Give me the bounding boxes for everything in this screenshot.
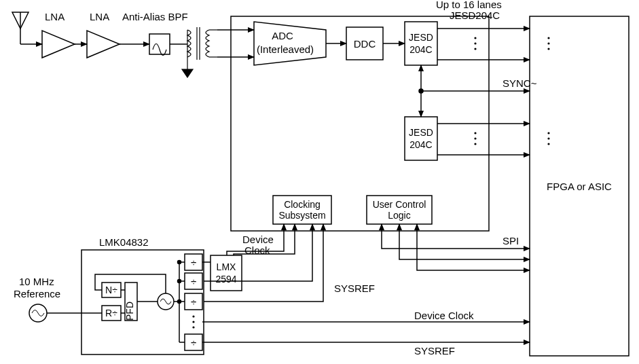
svg-point-29 [474, 143, 476, 145]
jesd-a1: JESD [409, 32, 433, 43]
diagram: LNA LNA Anti-Alias BPF ADC (Interleaved)… [12, 0, 629, 357]
sysref1-label: SYSREF [334, 283, 375, 294]
ref-label1: 10 MHz [19, 276, 54, 287]
svg-point-41 [192, 315, 194, 317]
svg-point-30 [547, 132, 549, 134]
sysref2-label: SYSREF [414, 345, 455, 357]
adc-label1: ADC [272, 30, 293, 41]
rdiv-label: R÷ [105, 308, 117, 318]
ndiv-label: N÷ [105, 285, 117, 295]
jesd-b1: JESD [409, 127, 433, 138]
clk-label2: Subsystem [278, 210, 325, 221]
ucl-label1: User Control [373, 199, 426, 210]
ddc-label: DDC [354, 38, 376, 50]
svg-point-53 [178, 261, 181, 264]
devclk-line-label: Device Clock [414, 310, 474, 321]
pfd-label: PFD [124, 302, 135, 321]
svg-point-16 [419, 89, 423, 93]
clk-label1: Clocking [284, 199, 321, 210]
svg-point-20 [474, 42, 476, 44]
jesd-bottom-block [405, 117, 437, 160]
devclk-label1: Device [242, 234, 274, 245]
svg-point-23 [547, 42, 549, 44]
lmx1: LMX [217, 261, 236, 272]
svg-point-21 [474, 48, 476, 50]
fpga-label: FPGA or ASIC [547, 181, 612, 192]
svg-point-27 [474, 132, 476, 134]
svg-point-42 [192, 321, 194, 323]
svg-text:÷: ÷ [191, 276, 196, 287]
svg-text:÷: ÷ [191, 296, 196, 308]
jesd-b2: 204C [409, 139, 432, 150]
lmk-block [81, 250, 204, 354]
lmx-block [211, 255, 242, 291]
lna2-amp [87, 31, 120, 58]
svg-point-19 [474, 37, 476, 39]
lna1-amp [42, 31, 75, 58]
svg-text:÷: ÷ [191, 257, 196, 268]
lmk-label: LMK04832 [99, 236, 149, 248]
svg-point-55 [178, 300, 181, 304]
spi-label: SPI [503, 235, 519, 247]
adc-label2: (Interleaved) [257, 43, 314, 55]
svg-point-43 [192, 326, 194, 328]
lanes-label2: JESD204C [450, 10, 500, 21]
svg-point-54 [178, 280, 181, 283]
lna1-label: LNA [45, 11, 65, 22]
bpf-label: Anti-Alias BPF [122, 11, 188, 22]
svg-point-32 [547, 143, 549, 145]
svg-point-31 [547, 137, 549, 139]
sync-label: SYNC~ [503, 77, 537, 89]
jesd-a2: 204C [409, 44, 432, 55]
svg-point-28 [474, 137, 476, 139]
antenna-icon [12, 12, 29, 44]
svg-text:÷: ÷ [191, 337, 196, 348]
ucl-label2: Logic [388, 210, 410, 221]
lna2-label: LNA [90, 11, 109, 22]
svg-point-24 [547, 48, 549, 50]
bpf-block [149, 34, 170, 54]
balun-icon [182, 27, 217, 77]
lmx2: 2594 [215, 274, 236, 285]
jesd-top-block [405, 22, 437, 65]
ref-label2: Reference [14, 288, 60, 299]
svg-point-22 [547, 37, 549, 39]
lanes-label1: Up to 16 lanes [436, 0, 502, 10]
